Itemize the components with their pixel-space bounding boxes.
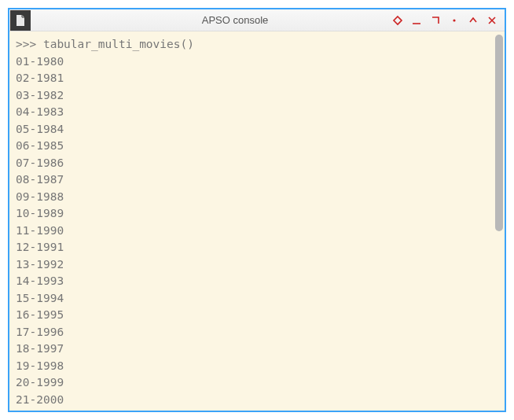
- output-line: 17-1996: [16, 326, 64, 338]
- document-icon: [14, 14, 27, 27]
- console-output[interactable]: >>> tabular_multi_movies() 01-1980 02-19…: [9, 31, 494, 411]
- output-line: 07-1986: [16, 157, 64, 169]
- output-line: 08-1987: [16, 173, 64, 186]
- output-line: 20-1999: [16, 376, 64, 389]
- output-line: 04-1983: [16, 105, 64, 118]
- output-line: 06-1985: [16, 139, 64, 152]
- maximize-button[interactable]: [429, 14, 442, 27]
- output-line: 14-1993: [16, 274, 64, 287]
- console-window: APSO console >>> tabular_multi_movies() …: [8, 8, 506, 412]
- output-line: 16-1995: [16, 308, 64, 321]
- output-line: 01-1980: [16, 55, 64, 68]
- minimize-button[interactable]: [410, 14, 423, 27]
- output-line: 02-1981: [16, 72, 64, 84]
- console-area[interactable]: >>> tabular_multi_movies() 01-1980 02-19…: [9, 31, 505, 411]
- scrollbar-thumb[interactable]: [495, 35, 503, 231]
- output-line: 21-2000: [16, 393, 64, 406]
- entered-command: tabular_multi_movies(): [43, 38, 194, 50]
- shade-button[interactable]: [467, 14, 479, 27]
- output-line: 09-1988: [16, 190, 64, 203]
- output-line: 12-1991: [16, 241, 64, 253]
- menu-dot-button[interactable]: [448, 14, 461, 27]
- window-title: APSO console: [31, 14, 391, 26]
- window-controls: [391, 14, 505, 27]
- scrollbar[interactable]: [494, 31, 505, 411]
- output-line: 15-1994: [16, 292, 64, 304]
- output-line: 11-1990: [16, 224, 64, 237]
- output-line: 18-1997: [16, 342, 64, 355]
- titlebar[interactable]: APSO console: [9, 9, 505, 31]
- output-line: 13-1992: [16, 258, 64, 271]
- output-line: 19-1998: [16, 359, 64, 372]
- output-line: 10-1989: [16, 207, 64, 219]
- stay-on-top-button[interactable]: [391, 14, 404, 27]
- app-icon: [10, 10, 31, 31]
- close-button[interactable]: [486, 14, 498, 27]
- svg-point-0: [453, 19, 455, 21]
- prompt-symbol: >>>: [16, 38, 43, 50]
- output-line: 03-1982: [16, 89, 64, 101]
- output-line: 05-1984: [16, 123, 64, 135]
